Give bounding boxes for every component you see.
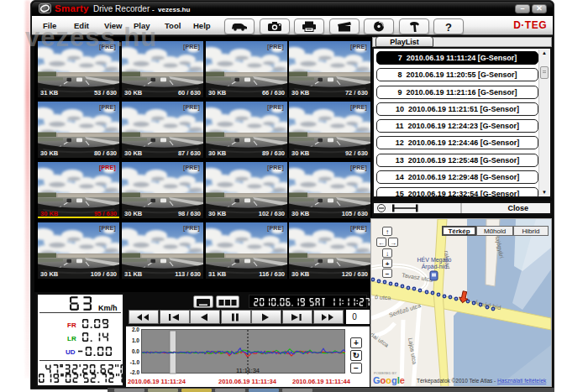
- svg-text:11:11:34: 11:11:34: [236, 367, 260, 374]
- svg-text:Térképadatok ©2010 Tele Atlas: Térképadatok ©2010 Tele Atlas - Használa…: [417, 378, 547, 384]
- svg-text:ó utca: ó utca: [375, 294, 391, 301]
- svg-text:Árpád-híd: Árpád-híd: [422, 263, 448, 270]
- svg-text:Google: Google: [373, 375, 405, 385]
- svg-text:HÉV Megálló: HÉV Megálló: [417, 256, 452, 264]
- svg-text:?: ?: [445, 21, 452, 34]
